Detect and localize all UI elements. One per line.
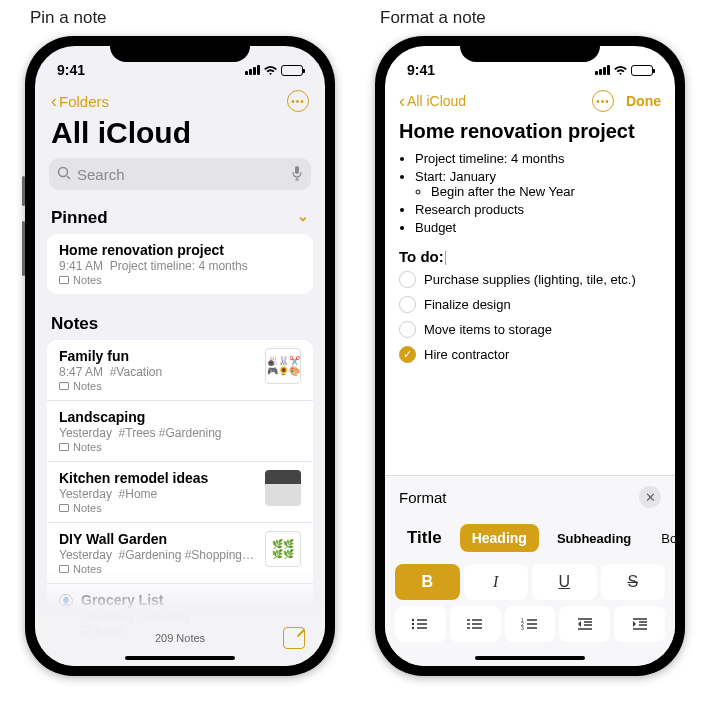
notes-header: Notes: [51, 314, 98, 334]
list-item[interactable]: Budget: [415, 220, 661, 235]
italic-button[interactable]: I: [464, 564, 529, 600]
page-title: All iCloud: [35, 114, 325, 158]
note-preview: 8:47 AM #Vacation: [59, 365, 257, 379]
check-row[interactable]: ✓Hire contractor: [399, 346, 661, 363]
pinned-note-row[interactable]: Home renovation project 9:41 AM Project …: [47, 234, 313, 294]
thumbnail: 🌿🌿🌿🌿: [265, 531, 301, 567]
home-indicator[interactable]: [125, 656, 235, 660]
notes-count: 209 Notes: [155, 632, 205, 644]
phone-pin: 9:41 ‹ Folders ••• All iCloud Search: [25, 36, 335, 676]
done-button[interactable]: Done: [626, 93, 661, 109]
number-list-button[interactable]: 123: [505, 606, 556, 642]
list-item[interactable]: Begin after the New Year: [431, 184, 661, 199]
chevron-down-icon[interactable]: ⌄: [297, 208, 309, 228]
thumbnail: 🎳🐰✂️🎮🌻🎨: [265, 348, 301, 384]
pinned-header: Pinned: [51, 208, 108, 228]
shared-icon: 👤: [59, 594, 73, 608]
check-label: Purchase supplies (lighting, tile, etc.): [424, 272, 636, 287]
note-preview: Yesterday #Home: [59, 487, 257, 501]
checkbox[interactable]: ✓: [399, 346, 416, 363]
folder-icon: [59, 276, 69, 284]
note-title: Landscaping: [59, 409, 301, 425]
svg-point-0: [59, 167, 68, 176]
back-button[interactable]: ‹ Folders: [51, 91, 109, 112]
format-title: Format: [399, 489, 447, 506]
checkbox[interactable]: [399, 321, 416, 338]
note-row[interactable]: LandscapingYesterday #Trees #GardeningNo…: [47, 401, 313, 462]
check-row[interactable]: Purchase supplies (lighting, tile, etc.): [399, 271, 661, 288]
note-preview: Yesterday #Trees #Gardening: [59, 426, 301, 440]
outdent-button[interactable]: [559, 606, 610, 642]
battery-icon: [631, 65, 653, 76]
folder-icon: [59, 504, 69, 512]
folder-icon: [59, 382, 69, 390]
svg-line-1: [67, 176, 70, 179]
list-item[interactable]: Start: January: [415, 169, 496, 184]
note-title: Family fun: [59, 348, 257, 364]
note-title: DIY Wall Garden: [59, 531, 257, 547]
check-label: Move items to storage: [424, 322, 552, 337]
battery-icon: [281, 65, 303, 76]
phone-format: 9:41 ‹ All iCloud ••• Done Home renovati…: [375, 36, 685, 676]
status-time: 9:41: [407, 62, 435, 78]
bullet-list[interactable]: Project timeline: 4 months Start: Januar…: [385, 151, 675, 235]
more-button[interactable]: •••: [592, 90, 614, 112]
list-item[interactable]: Project timeline: 4 months: [415, 151, 661, 166]
note-title: Home renovation project: [385, 120, 675, 151]
search-input[interactable]: Search: [49, 158, 311, 190]
search-icon: [57, 166, 71, 183]
close-button[interactable]: ✕: [639, 486, 661, 508]
svg-point-5: [412, 627, 414, 629]
subheading[interactable]: To do:: [385, 238, 675, 271]
checklist[interactable]: Purchase supplies (lighting, tile, etc.)…: [385, 271, 675, 363]
style-body[interactable]: Body: [649, 525, 675, 552]
compose-button[interactable]: [283, 627, 305, 649]
caption-format: Format a note: [380, 8, 486, 28]
note-title: Kitchen remodel ideas: [59, 470, 257, 486]
status-time: 9:41: [57, 62, 85, 78]
check-row[interactable]: Finalize design: [399, 296, 661, 313]
format-panel: Format ✕ Title Heading Subheading Body B…: [385, 475, 675, 666]
check-row[interactable]: Move items to storage: [399, 321, 661, 338]
mic-icon[interactable]: [291, 165, 303, 184]
more-button[interactable]: •••: [287, 90, 309, 112]
home-indicator[interactable]: [475, 656, 585, 660]
note-row[interactable]: Family fun8:47 AM #VacationNotes🎳🐰✂️🎮🌻🎨: [47, 340, 313, 401]
note-folder: Notes: [73, 441, 102, 453]
text-cursor: [445, 251, 447, 265]
signal-icon: [595, 65, 610, 75]
chevron-left-icon: ‹: [51, 91, 57, 112]
list-item[interactable]: Research products: [415, 202, 661, 217]
notch: [460, 36, 600, 62]
checkbox[interactable]: [399, 296, 416, 313]
checkbox[interactable]: [399, 271, 416, 288]
note-row[interactable]: DIY Wall GardenYesterday #Gardening #Sho…: [47, 523, 313, 584]
dash-list-button[interactable]: [450, 606, 501, 642]
folder-icon: [59, 443, 69, 451]
note-title: Grocery List: [81, 592, 301, 608]
svg-point-4: [412, 623, 414, 625]
note-folder: Notes: [73, 380, 102, 392]
signal-icon: [245, 65, 260, 75]
notch: [110, 36, 250, 62]
style-subheading[interactable]: Subheading: [545, 525, 643, 552]
svg-point-3: [412, 619, 414, 621]
underline-button[interactable]: U: [532, 564, 597, 600]
bullet-list-button[interactable]: [395, 606, 446, 642]
back-button[interactable]: ‹ All iCloud: [399, 91, 466, 112]
folder-icon: [59, 565, 69, 573]
style-heading[interactable]: Heading: [460, 524, 539, 552]
chevron-left-icon: ‹: [399, 91, 405, 112]
caption-pin: Pin a note: [30, 8, 107, 28]
bold-button[interactable]: B: [395, 564, 460, 600]
note-preview: Yesterday #Gardening #Shopping…: [59, 548, 257, 562]
wifi-icon: [613, 65, 628, 76]
strike-button[interactable]: S: [601, 564, 666, 600]
indent-button[interactable]: [614, 606, 665, 642]
style-title[interactable]: Title: [395, 522, 454, 554]
svg-text:3: 3: [521, 625, 524, 631]
search-placeholder: Search: [77, 166, 125, 183]
note-row[interactable]: Kitchen remodel ideasYesterday #HomeNote…: [47, 462, 313, 523]
check-label: Hire contractor: [424, 347, 509, 362]
wifi-icon: [263, 65, 278, 76]
